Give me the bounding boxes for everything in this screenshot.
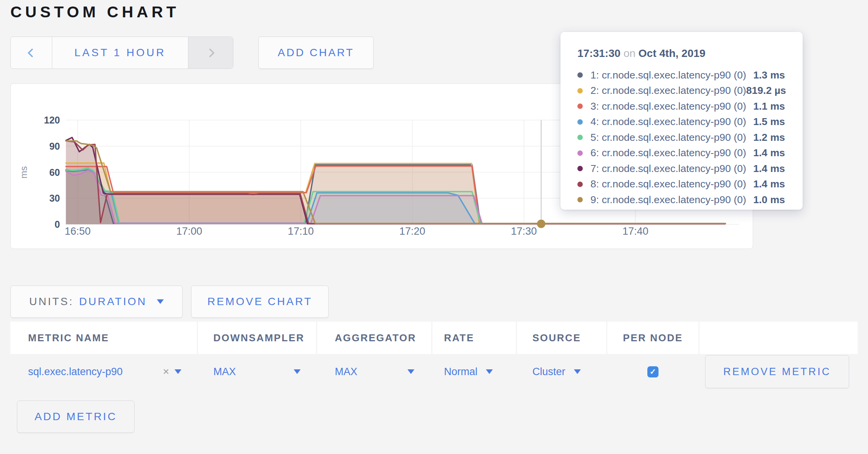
tooltip-series-row: 6: cr.node.sql.exec.latency-p90 (0)1.4 m…: [577, 145, 785, 161]
series-name: 7: cr.node.sql.exec.latency-p90 (0): [590, 163, 753, 175]
series-value: 1.4 ms: [753, 147, 785, 159]
aggregator-cell: MAX: [317, 354, 431, 389]
x-axis-tick: 17:30: [511, 225, 537, 237]
series-value: 819.2 µs: [746, 85, 786, 97]
units-label: UNITS:: [29, 295, 74, 308]
x-axis-tick: 17:40: [622, 225, 649, 237]
rate-value[interactable]: Normal: [444, 366, 477, 378]
units-value: DURATION: [79, 295, 147, 308]
series-color-dot: [577, 197, 583, 202]
actions-cell: REMOVE METRIC: [700, 354, 858, 389]
time-range-selector: LAST 1 HOUR: [10, 37, 233, 69]
remove-metric-button[interactable]: REMOVE METRIC: [705, 355, 849, 388]
downsampler-dropdown-caret[interactable]: [294, 369, 301, 374]
series-color-dot: [577, 150, 583, 156]
aggregator-value[interactable]: MAX: [335, 366, 358, 378]
y-axis-unit-label: ms: [18, 166, 29, 179]
metric-row: sql.exec.latency-p90 × MAX MAX Normal Cl…: [10, 354, 858, 389]
column-header-source: SOURCE: [517, 322, 606, 354]
series-value: 1.3 ms: [753, 69, 785, 81]
y-axis-tick: 60: [49, 167, 60, 178]
column-header-rate: RATE: [432, 322, 516, 354]
chevron-left-icon: [27, 48, 37, 57]
series-name: 9: cr.node.sql.exec.latency-p90 (0): [590, 194, 753, 206]
tooltip-date: Oct 4th, 2019: [639, 47, 705, 59]
series-name: 2: cr.node.sql.exec.latency-p90 (0): [590, 85, 746, 97]
time-range-prev-button[interactable]: [11, 37, 52, 68]
series-value: 1.2 ms: [753, 132, 785, 144]
series-name: 3: cr.node.sql.exec.latency-p90 (0): [590, 100, 753, 112]
time-range-next-button[interactable]: [188, 37, 233, 68]
x-axis-tick: 16:50: [65, 225, 91, 237]
series-color-dot: [577, 88, 583, 93]
metric-name-dropdown-caret[interactable]: [175, 369, 181, 374]
source-value[interactable]: Cluster: [532, 366, 565, 378]
y-axis-tick: 90: [49, 141, 60, 152]
tooltip-series-row: 8: cr.node.sql.exec.latency-p90 (0)1.4 m…: [577, 177, 785, 192]
tooltip-series-list: 1: cr.node.sql.exec.latency-p90 (0)1.3 m…: [577, 67, 785, 208]
x-axis-tick: 17:00: [176, 225, 202, 237]
downsampler-value[interactable]: MAX: [213, 366, 236, 378]
tooltip-timestamp: 17:31:30 on Oct 4th, 2019: [577, 47, 785, 60]
page-title: CUSTOM CHART: [10, 3, 180, 21]
metric-name-cell: sql.exec.latency-p90 ×: [10, 354, 197, 389]
source-cell: Cluster: [517, 354, 606, 389]
series-name: 6: cr.node.sql.exec.latency-p90 (0): [590, 147, 753, 159]
per-node-cell: ✓: [607, 354, 698, 389]
tooltip-time: 17:31:30: [577, 47, 620, 59]
column-header-aggregator: AGGREGATOR: [317, 322, 431, 354]
y-axis-tick: 0: [55, 219, 60, 230]
column-header-actions: [700, 322, 858, 354]
series-name: 4: cr.node.sql.exec.latency-p90 (0): [590, 116, 753, 128]
add-metric-button[interactable]: ADD METRIC: [17, 401, 135, 433]
column-header-downsampler: DOWNSAMPLER: [198, 322, 316, 354]
series-value: 1.4 ms: [753, 163, 785, 175]
per-node-checkbox[interactable]: ✓: [647, 366, 658, 377]
series-value: 1.1 ms: [753, 100, 785, 112]
series-color-dot: [577, 119, 583, 125]
series-color-dot: [577, 72, 583, 78]
remove-chart-button[interactable]: REMOVE CHART: [191, 285, 329, 318]
rate-dropdown-caret[interactable]: [486, 369, 493, 374]
series-color-dot: [577, 182, 583, 187]
add-chart-button[interactable]: ADD CHART: [258, 37, 374, 69]
tooltip-series-row: 1: cr.node.sql.exec.latency-p90 (0)1.3 m…: [577, 67, 785, 83]
tooltip-series-row: 2: cr.node.sql.exec.latency-p90 (0)819.2…: [577, 83, 785, 99]
chart-hover-tooltip: 17:31:30 on Oct 4th, 2019 1: cr.node.sql…: [560, 32, 803, 210]
series-color-dot: [577, 166, 583, 171]
y-axis-tick: 30: [49, 193, 60, 204]
tooltip-series-row: 3: cr.node.sql.exec.latency-p90 (0)1.1 m…: [577, 98, 785, 114]
tooltip-series-row: 9: cr.node.sql.exec.latency-p90 (0)1.0 m…: [577, 192, 785, 208]
series-name: 5: cr.node.sql.exec.latency-p90 (0): [590, 132, 753, 144]
metric-name-value[interactable]: sql.exec.latency-p90: [28, 366, 123, 378]
source-dropdown-caret[interactable]: [574, 369, 581, 374]
y-axis-tick: 120: [44, 115, 60, 125]
rate-cell: Normal: [432, 354, 516, 389]
hover-point-dot: [537, 220, 545, 228]
time-range-label[interactable]: LAST 1 HOUR: [52, 37, 188, 68]
downsampler-cell: MAX: [198, 354, 316, 389]
column-header-metric-name: METRIC NAME: [10, 322, 197, 354]
series-value: 1.5 ms: [753, 116, 785, 128]
tooltip-series-row: 5: cr.node.sql.exec.latency-p90 (0)1.2 m…: [577, 130, 785, 145]
tooltip-series-row: 4: cr.node.sql.exec.latency-p90 (0)1.5 m…: [577, 114, 785, 130]
x-axis-tick: 17:10: [288, 225, 314, 237]
chevron-right-icon: [205, 48, 215, 57]
clear-metric-icon[interactable]: ×: [163, 366, 169, 378]
series-color-dot: [577, 103, 583, 109]
x-axis-tick: 17:20: [399, 225, 426, 237]
custom-chart-page: CUSTOM CHART LAST 1 HOUR ADD CHART 03060…: [0, 0, 868, 454]
series-name: 1: cr.node.sql.exec.latency-p90 (0): [590, 69, 753, 81]
series-value: 1.4 ms: [753, 178, 785, 190]
column-header-per-node: PER NODE: [607, 322, 698, 354]
units-dropdown[interactable]: UNITS: DURATION: [10, 285, 183, 318]
chevron-down-icon: [157, 299, 164, 304]
metrics-table-header: METRIC NAMEDOWNSAMPLERAGGREGATORRATESOUR…: [10, 322, 858, 354]
tooltip-series-row: 7: cr.node.sql.exec.latency-p90 (0)1.4 m…: [577, 161, 785, 177]
series-value: 1.0 ms: [753, 194, 785, 206]
aggregator-dropdown-caret[interactable]: [407, 369, 414, 374]
series-name: 8: cr.node.sql.exec.latency-p90 (0): [590, 178, 753, 190]
series-color-dot: [577, 135, 583, 140]
